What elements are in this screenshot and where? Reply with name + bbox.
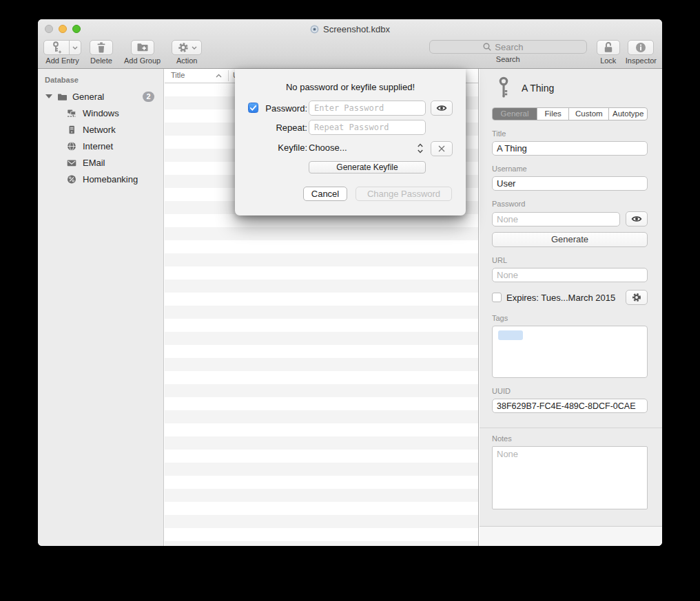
search-label: Search	[496, 55, 520, 63]
delete-item: Delete	[90, 40, 113, 65]
sidebar-item-email[interactable]: EMail	[38, 154, 163, 171]
lock-label: Lock	[600, 56, 616, 65]
notes-label: Notes	[492, 434, 648, 443]
action-item: Action	[172, 40, 202, 65]
generate-keyfile-button[interactable]: Generate Keyfile	[309, 161, 426, 173]
repeat-password-input[interactable]	[309, 120, 426, 135]
disclosure-triangle-icon[interactable]	[45, 94, 52, 98]
inspector-button[interactable]	[628, 40, 654, 55]
content: Database General 2	[38, 69, 662, 546]
inspector-tabs: General Files Custom Autotype	[492, 107, 648, 120]
internet-icon	[66, 141, 77, 151]
network-icon	[66, 125, 77, 135]
password-checkbox[interactable]	[248, 103, 258, 113]
sidebar-item-windows[interactable]: Windows	[38, 105, 163, 121]
username-label: Username	[492, 165, 648, 173]
password-label: Password:	[259, 103, 307, 114]
add-entry-label: Add Entry	[45, 56, 79, 65]
tab-custom[interactable]: Custom	[568, 108, 608, 120]
password-field[interactable]	[492, 212, 620, 226]
check-icon	[249, 105, 257, 112]
key-plus-icon	[50, 41, 63, 54]
inspector-label: Inspector	[626, 56, 657, 65]
entry-header: A Thing	[492, 75, 648, 101]
add-group-button[interactable]	[131, 40, 154, 55]
title-field[interactable]	[492, 141, 648, 156]
search-field[interactable]	[429, 40, 587, 54]
keyfile-popup[interactable]: Choose...	[309, 143, 347, 153]
sidebar-item-label: General	[72, 92, 104, 102]
tab-autotype[interactable]: Autotype	[608, 108, 647, 120]
delete-label: Delete	[90, 56, 112, 65]
folder-icon	[56, 92, 68, 102]
info-icon	[635, 41, 647, 54]
enter-password-input[interactable]	[309, 101, 426, 116]
sidebar-item-label: Homebanking	[83, 174, 138, 184]
sidebar: Database General 2	[38, 69, 164, 546]
repeat-label: Repeat:	[259, 123, 307, 133]
inspector-panel: A Thing General Files Custom Autotype Ti…	[480, 69, 662, 546]
expires-checkbox[interactable]	[492, 293, 502, 302]
trash-icon	[94, 41, 108, 54]
sidebar-item-internet[interactable]: Internet	[38, 138, 163, 154]
sidebar-item-label: Internet	[83, 141, 113, 151]
delete-button[interactable]	[90, 40, 113, 55]
gear-icon	[177, 41, 189, 54]
sidebar-item-label: Network	[83, 125, 116, 135]
tab-files[interactable]: Files	[537, 108, 568, 120]
gear-icon	[631, 292, 642, 303]
inspector-item: Inspector	[626, 40, 657, 65]
sidebar-item-label: Windows	[83, 108, 119, 118]
app-window: Screenshot.kdbx	[38, 19, 662, 546]
column-header-title[interactable]: Title	[171, 71, 185, 79]
windows-icon	[66, 108, 77, 118]
username-field[interactable]	[492, 176, 648, 191]
expires-row: Expires: Tues...March 2015	[492, 290, 648, 305]
add-group-item: Add Group	[124, 40, 161, 65]
title-group: Screenshot.kdbx	[38, 19, 662, 39]
expires-settings-button[interactable]	[626, 290, 648, 305]
eye-icon	[436, 103, 447, 113]
generate-password-button[interactable]: Generate	[492, 232, 648, 247]
folder-plus-icon	[136, 41, 150, 54]
add-entry-button[interactable]	[43, 40, 81, 55]
cancel-button[interactable]: Cancel	[303, 187, 347, 201]
uuid-field[interactable]	[492, 399, 648, 413]
sidebar-header: Database	[38, 69, 163, 88]
tags-label: Tags	[492, 314, 648, 322]
add-entry-item: Add Entry	[43, 40, 81, 65]
add-entry-dropdown[interactable]	[69, 41, 81, 54]
sidebar-item-homebanking[interactable]: Homebanking	[38, 171, 163, 187]
key-icon	[497, 76, 513, 100]
tab-general[interactable]: General	[493, 108, 537, 120]
reveal-password-button[interactable]	[626, 211, 648, 226]
email-icon	[66, 158, 77, 168]
password-sheet-dialog: No password or keyfile supplied! Passwor…	[235, 69, 466, 215]
chevron-down-icon	[192, 46, 197, 50]
keyfile-label: Keyfile:	[259, 143, 307, 153]
inspector-footer	[480, 526, 662, 546]
tags-box[interactable]	[492, 326, 648, 378]
reveal-password-button[interactable]	[431, 101, 453, 116]
sidebar-item-label: EMail	[83, 158, 105, 168]
action-button[interactable]	[172, 40, 202, 55]
lock-item: Lock	[597, 40, 620, 65]
document-proxy-icon	[310, 25, 319, 34]
sidebar-item-network[interactable]: Network	[38, 121, 163, 138]
sidebar-item-general[interactable]: General 2	[38, 88, 163, 105]
add-entry-main[interactable]	[44, 41, 69, 54]
change-password-button[interactable]: Change Password	[356, 187, 452, 201]
sort-ascending-icon	[216, 74, 222, 78]
notes-textarea[interactable]	[492, 446, 648, 509]
stepper-icon[interactable]	[417, 143, 424, 154]
lock-button[interactable]	[597, 40, 620, 55]
column-divider[interactable]	[228, 70, 229, 81]
window-title: Screenshot.kdbx	[323, 24, 390, 34]
titlebar[interactable]: Screenshot.kdbx	[38, 19, 662, 39]
url-label: URL	[492, 256, 648, 264]
search-input[interactable]	[495, 42, 533, 52]
uuid-label: UUID	[492, 387, 648, 395]
tag-pill[interactable]	[498, 330, 523, 340]
clear-keyfile-button[interactable]	[431, 141, 453, 156]
url-field[interactable]	[492, 268, 648, 282]
